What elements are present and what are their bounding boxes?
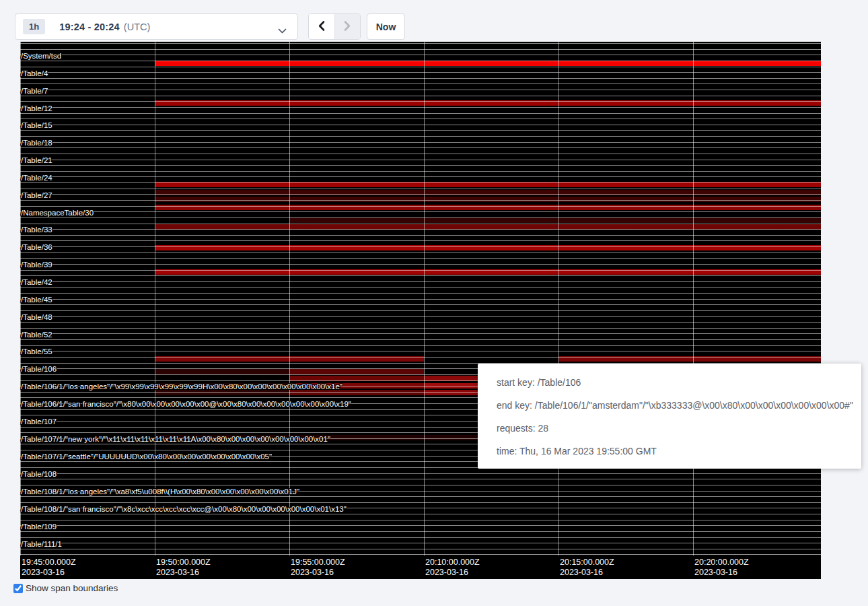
- time-axis-tick: 20:10:00.000Z2023-03-16: [425, 558, 480, 578]
- tooltip-end-key: end key: /Table/106/1/"amsterdam"/"\xb33…: [497, 394, 855, 417]
- row-label: /Table/24: [21, 174, 52, 182]
- heat-band: [155, 100, 821, 106]
- row-label: /Table/109: [21, 523, 57, 531]
- heat-band: [289, 376, 424, 381]
- grid-vline: [693, 42, 694, 556]
- time-range-selector[interactable]: 1h 19:24 - 20:24 (UTC): [15, 13, 298, 40]
- row-label: /Table/108/1/"los angeles"/"\xa8\xf5\u00…: [21, 487, 299, 496]
- now-button[interactable]: Now: [367, 13, 405, 40]
- span-boundaries-control: Show span boundaries: [13, 583, 118, 593]
- row-label: /Table/42: [21, 278, 52, 286]
- row-label: /Table/18: [21, 139, 52, 147]
- tooltip-requests: requests: 28: [497, 417, 855, 440]
- grid-vline: [155, 42, 155, 556]
- heat-band: [155, 61, 821, 66]
- time-axis-tick: 19:45:00.000Z2023-03-16: [22, 558, 76, 578]
- row-label: /Table/45: [21, 296, 52, 304]
- next-time-button[interactable]: [334, 14, 361, 39]
- span-boundaries-label[interactable]: Show span boundaries: [26, 583, 118, 593]
- row-label: /Table/12: [21, 104, 52, 112]
- row-label: /Table/4: [21, 69, 48, 77]
- time-nav-group: [308, 13, 361, 40]
- time-range-badge: 1h: [23, 19, 45, 34]
- row-label: /Table/15: [21, 121, 52, 129]
- row-label: /Table/108/1/"san francisco"/"\x8c\xcc\x…: [21, 505, 347, 513]
- row-label: /System/tsd: [21, 52, 61, 60]
- heatmap-tooltip: start key: /Table/106 end key: /Table/10…: [478, 364, 861, 469]
- row-label: /Table/48: [21, 313, 52, 321]
- heat-band: [155, 182, 821, 187]
- heat-band: [155, 369, 289, 374]
- row-label: /Table/27: [21, 191, 52, 199]
- grid-vline: [424, 42, 425, 556]
- row-label: /Table/107: [21, 417, 57, 426]
- heat-band: [155, 224, 821, 230]
- heat-band: [155, 269, 821, 275]
- time-axis-tick: 20:15:00.000Z2023-03-16: [560, 558, 614, 578]
- row-label: /Table/111/1: [21, 540, 62, 548]
- time-range-label: 19:24 - 20:24: [59, 22, 120, 32]
- heat-band: [289, 217, 821, 223]
- row-label: /Table/107/1/"seattle"/"UUUUUUD\x00\x80\…: [21, 452, 272, 461]
- grid-vline: [289, 42, 290, 556]
- row-label: /Table/107/1/"new york"/"\x11\x11\x11\x1…: [21, 435, 330, 443]
- time-range-timezone: (UTC): [124, 22, 150, 32]
- chevron-right-icon: [343, 20, 351, 34]
- heat-band: [155, 205, 821, 210]
- heat-band: [289, 369, 424, 374]
- span-boundary-lines: [20, 43, 821, 556]
- row-label: /Table/108: [21, 470, 57, 478]
- row-label: /Table/106: [21, 365, 57, 373]
- row-label: /Table/55: [21, 347, 52, 356]
- heat-band: [289, 390, 424, 395]
- time-axis-tick: 19:50:00.000Z2023-03-16: [156, 558, 211, 578]
- heat-band: [155, 245, 821, 250]
- tooltip-start-key: start key: /Table/106: [497, 371, 855, 394]
- heat-band: [155, 197, 821, 202]
- chevron-down-icon: [278, 25, 287, 37]
- time-axis-tick: 20:20:00.000Z2023-03-16: [694, 558, 749, 578]
- chevron-left-icon: [318, 20, 326, 34]
- row-label: /Table/52: [21, 331, 52, 339]
- row-label: /Table/106/1/"san francisco"/"\x80\x00\x…: [21, 400, 351, 408]
- heat-band: [558, 356, 821, 362]
- row-label: /Table/7: [21, 87, 48, 95]
- key-visualizer-page: 1h 19:24 - 20:24 (UTC) Now /System/tsd/T…: [0, 0, 868, 606]
- row-label: /NamespaceTable/30: [21, 209, 94, 217]
- heatmap-canvas[interactable]: /System/tsd/Table/4/Table/7/Table/12/Tab…: [20, 42, 821, 579]
- row-label: /Table/39: [21, 261, 52, 269]
- grid-vline: [558, 42, 559, 556]
- time-axis-tick: 19:55:00.000Z2023-03-16: [291, 558, 345, 578]
- row-label: /Table/36: [21, 243, 52, 251]
- tooltip-time: time: Thu, 16 Mar 2023 19:55:00 GMT: [497, 440, 855, 463]
- span-boundaries-checkbox[interactable]: [13, 584, 23, 593]
- row-label: /Table/106/1/"los angeles"/"\x99\x99\x99…: [21, 382, 342, 391]
- heat-band: [155, 190, 821, 195]
- row-label: /Table/33: [21, 226, 52, 234]
- heat-band: [155, 390, 289, 395]
- prev-time-button[interactable]: [309, 14, 334, 39]
- row-label: /Table/21: [21, 156, 52, 164]
